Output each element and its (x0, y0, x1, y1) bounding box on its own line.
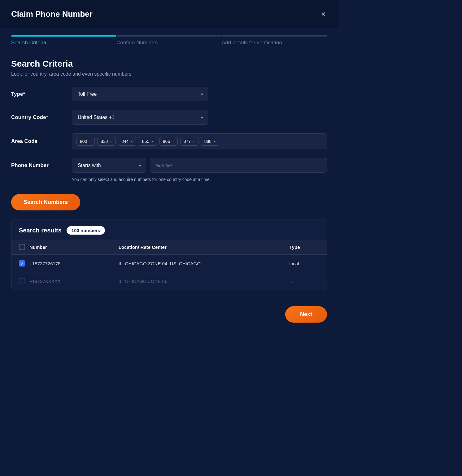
cell-number: +18727726175 (11, 255, 111, 272)
step-confirm-numbers: Confirm Numbers (116, 35, 222, 49)
type-select[interactable]: Toll Free Local (72, 87, 208, 101)
area-code-label: Area Code (11, 138, 67, 144)
step-label-1: Search Criteria (11, 40, 116, 49)
modal-title: Claim Phone Number (11, 9, 93, 19)
country-code-control: United States +1 United Kingdom +44 Cana… (72, 110, 327, 125)
step-bar-2 (116, 35, 222, 37)
area-code-remove-icon[interactable]: × (172, 139, 174, 143)
col-header-number: Number (11, 240, 111, 255)
table-row: +18727726175 IL, CHICAGO ZONE 04, US, CH… (11, 255, 327, 272)
area-code-remove-icon[interactable]: × (193, 139, 195, 143)
row-checkbox[interactable] (19, 278, 25, 284)
results-table-header-row: Number Location/ Rate Center Type (11, 240, 327, 255)
country-select[interactable]: United States +1 United Kingdom +44 Cana… (72, 110, 208, 125)
modal-footer: Next (0, 300, 338, 329)
step-label-2: Confirm Numbers (116, 40, 222, 49)
area-code-control: 800×833×844×855×866×877×888× (72, 133, 327, 149)
type-row: Type* Toll Free Local ▾ (11, 87, 327, 101)
type-select-wrapper: Toll Free Local ▾ (72, 87, 208, 101)
area-code-tag: 877× (180, 137, 198, 146)
step-bar-3 (222, 35, 327, 37)
step-search-criteria: Search Criteria (11, 35, 116, 49)
search-results-section: Search results 100 numbers Number Locati… (11, 219, 327, 290)
phone-number-control: Starts with Contains Ends with ▾ You can… (72, 158, 327, 183)
area-code-tag-value: 877 (184, 139, 191, 144)
phone-number-value: +18727XXXXX (29, 279, 61, 284)
results-table: Number Location/ Rate Center Type +18727… (11, 240, 327, 290)
phone-number-label: Phone Number (11, 158, 67, 169)
area-code-tag: 800× (76, 137, 95, 146)
cell-number: +18727XXXXX (11, 272, 111, 290)
country-code-row: Country Code* United States +1 United Ki… (11, 110, 327, 125)
table-row: +18727XXXXX IL, CHICAGO ZONE 06 ... (11, 272, 327, 290)
section-subtitle: Look for country, area code and even spe… (11, 71, 327, 77)
area-code-remove-icon[interactable]: × (110, 139, 112, 143)
cell-location: IL, CHICAGO ZONE 06 (111, 272, 282, 290)
area-code-tag-value: 866 (163, 139, 170, 144)
step-add-details: Add details for verification (222, 35, 327, 49)
phone-filter-select[interactable]: Starts with Contains Ends with (72, 158, 146, 173)
phone-number-value: +18727726175 (29, 261, 61, 266)
type-label: Type* (11, 91, 67, 97)
area-code-tag: 866× (159, 137, 178, 146)
phone-number-inputs: Starts with Contains Ends with ▾ (72, 158, 327, 173)
results-table-body: +18727726175 IL, CHICAGO ZONE 04, US, CH… (11, 255, 327, 290)
area-code-tag: 888× (201, 137, 219, 146)
col-header-location: Location/ Rate Center (111, 240, 282, 255)
phone-number-input[interactable] (150, 158, 327, 173)
phone-filter-select-wrapper: Starts with Contains Ends with ▾ (72, 158, 146, 173)
area-code-remove-icon[interactable]: × (151, 139, 154, 143)
phone-number-row: Phone Number Starts with Contains Ends w… (11, 158, 327, 183)
area-code-tag-value: 855 (142, 139, 149, 144)
select-all-checkbox[interactable] (19, 244, 25, 250)
modal: Claim Phone Number × Search Criteria Con… (0, 0, 338, 337)
cell-type: local (282, 255, 327, 272)
area-code-tag: 844× (118, 137, 136, 146)
section-title: Search Criteria (11, 59, 327, 69)
area-code-tag-value: 833 (101, 139, 108, 144)
results-header: Search results 100 numbers (11, 219, 327, 235)
area-code-tag: 833× (97, 137, 116, 146)
area-code-remove-icon[interactable]: × (89, 139, 91, 143)
area-code-tags-container[interactable]: 800×833×844×855×866×877×888× (72, 133, 327, 149)
type-control: Toll Free Local ▾ (72, 87, 327, 101)
phone-helper-text: You can only select and acquire numbers … (72, 176, 327, 183)
modal-header: Claim Phone Number × (0, 0, 338, 28)
form-content: Search Criteria Look for country, area c… (0, 49, 338, 300)
step-label-3: Add details for verification (222, 40, 327, 49)
step-bar-1 (11, 35, 116, 37)
cell-type: ... (282, 272, 327, 290)
stepper: Search Criteria Confirm Numbers Add deta… (0, 28, 338, 49)
area-code-tag-value: 800 (80, 139, 87, 144)
close-button[interactable]: × (320, 9, 327, 19)
results-table-head: Number Location/ Rate Center Type (11, 240, 327, 255)
area-code-tag-value: 844 (121, 139, 129, 144)
country-code-label: Country Code* (11, 114, 67, 121)
results-count-badge: 100 numbers (67, 226, 105, 235)
next-button[interactable]: Next (285, 306, 327, 323)
area-code-remove-icon[interactable]: × (213, 139, 216, 143)
area-code-tag: 855× (139, 137, 157, 146)
area-code-remove-icon[interactable]: × (130, 139, 133, 143)
row-checkbox[interactable] (19, 260, 25, 267)
country-select-wrapper: United States +1 United Kingdom +44 Cana… (72, 110, 208, 125)
cell-location: IL, CHICAGO ZONE 04, US, CHICAGO (111, 255, 282, 272)
results-title: Search results (19, 227, 62, 234)
search-numbers-button[interactable]: Search Numbers (11, 194, 80, 210)
col-header-type: Type (282, 240, 327, 255)
area-code-row: Area Code 800×833×844×855×866×877×888× (11, 133, 327, 149)
area-code-tag-value: 888 (204, 139, 211, 144)
